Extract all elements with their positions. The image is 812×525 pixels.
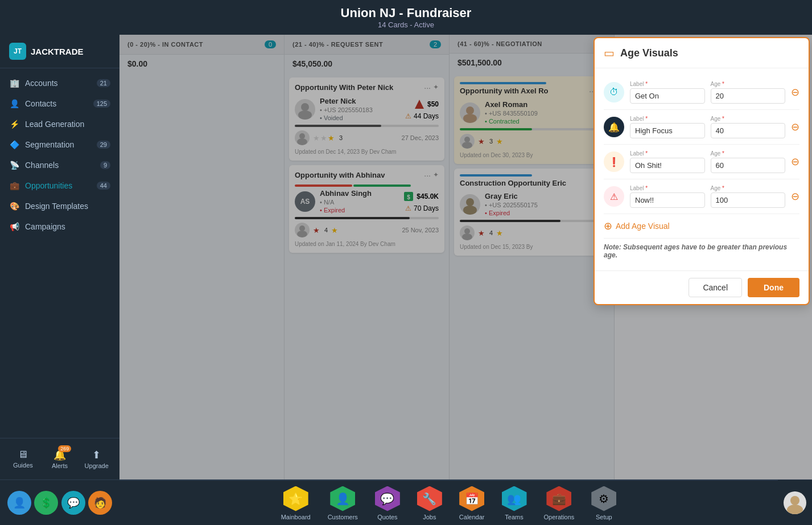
add-age-visual-button[interactable]: ⊕ Add Age Visual: [604, 214, 670, 238]
opportunities-label: Opportunities: [25, 181, 72, 190]
age-header-oh-shit: Age *: [711, 150, 786, 157]
nav-calendar[interactable]: 📅 Calendar: [459, 486, 485, 520]
panel-body: ⏱ Label * Age * ⊖: [595, 68, 809, 270]
label-input-now[interactable]: [630, 192, 705, 208]
cancel-button[interactable]: Cancel: [689, 278, 742, 297]
remove-btn-get-on[interactable]: ⊖: [791, 86, 799, 99]
left-bottom-icons: 👤 💲 💬 🧑: [0, 480, 119, 525]
contacts-icon: 👤: [9, 99, 19, 108]
label-input-high-focus[interactable]: [630, 123, 705, 138]
profile-avatar[interactable]: [784, 491, 806, 514]
label-input-get-on[interactable]: [630, 88, 705, 104]
note-text: Note: Subsequent ages have to be greater…: [604, 243, 787, 259]
age-input-high-focus[interactable]: [711, 123, 786, 138]
kanban-board: (0 - 20)% - IN CONTACT 0 $0.00 (21 - 40)…: [119, 35, 812, 479]
sidebar-item-contacts[interactable]: 👤 Contacts 125: [0, 93, 119, 114]
nav-operations[interactable]: 💼 Operations: [544, 486, 575, 520]
panel-header-icon: ▭: [604, 46, 615, 60]
nav-customers[interactable]: 👤 Customers: [328, 486, 358, 520]
opportunities-icon: 💼: [9, 181, 19, 190]
contacts-label: Contacts: [25, 99, 56, 108]
sidebar-nav: 🏢 Accounts 21 👤 Contacts 125 ⚡ Lead Gene…: [0, 68, 119, 438]
remove-btn-now[interactable]: ⊖: [791, 190, 799, 203]
jobs-label: Jobs: [423, 514, 436, 520]
lb-icon-person[interactable]: 👤: [7, 491, 31, 515]
sidebar-item-campaigns[interactable]: 📢 Campaigns: [0, 216, 119, 237]
nav-quotes[interactable]: 💬 Quotes: [375, 486, 400, 520]
page-header: Union NJ - Fundraiser 14 Cards - Active: [0, 0, 812, 35]
age-fields-oh-shit: Label * Age *: [630, 150, 785, 173]
sidebar-item-accounts[interactable]: 🏢 Accounts 21: [0, 73, 119, 93]
lb-icon-dollar[interactable]: 💲: [34, 491, 58, 515]
guides-label: Guides: [13, 462, 33, 469]
age-label-field-get-on: Label *: [630, 81, 705, 104]
age-label-field-high-focus: Label *: [630, 116, 705, 138]
age-row-oh-shit: ❗ Label * Age * ⊖: [604, 145, 799, 179]
age-icon-oh-shit: ❗: [604, 151, 624, 172]
alerts-badge: 269: [58, 445, 71, 452]
page-title: Union NJ - Fundraiser: [6, 6, 806, 20]
mainboard-label: Mainboard: [281, 514, 311, 520]
nav-jobs[interactable]: 🔧 Jobs: [417, 486, 442, 520]
svg-point-18: [787, 505, 803, 514]
logo-icon: JT: [9, 43, 26, 60]
upgrade-button[interactable]: ⬆ Upgrade: [80, 445, 113, 473]
accounts-icon: 🏢: [9, 79, 19, 88]
operations-hex: 💼: [546, 486, 571, 511]
age-input-now[interactable]: [711, 192, 786, 208]
campaigns-label: Campaigns: [25, 222, 65, 231]
lb-icon-person2[interactable]: 🧑: [88, 491, 112, 515]
age-input-get-on[interactable]: [711, 88, 786, 104]
contacts-badge: 125: [93, 100, 110, 108]
setup-label: Setup: [596, 514, 612, 520]
segmentation-badge: 29: [97, 141, 110, 149]
remove-btn-oh-shit[interactable]: ⊖: [791, 155, 799, 168]
jobs-hex: 🔧: [417, 486, 442, 511]
guides-icon: 🖥: [18, 449, 28, 461]
nav-mainboard[interactable]: ⭐ Mainboard: [281, 486, 311, 520]
age-header-high-focus: Age *: [711, 116, 786, 122]
done-button[interactable]: Done: [748, 278, 799, 297]
setup-hex: ⚙: [591, 486, 616, 511]
channels-label: Channels: [25, 161, 59, 170]
panel-title: Age Visuals: [620, 47, 678, 59]
nav-setup[interactable]: ⚙ Setup: [591, 486, 616, 520]
alerts-button[interactable]: 269 🔔 Alerts: [44, 445, 76, 473]
age-label-field-oh-shit: Label *: [630, 150, 705, 173]
age-input-oh-shit[interactable]: [711, 158, 786, 173]
panel-note: Note: Subsequent ages have to be greater…: [604, 238, 799, 264]
sidebar-item-design-templates[interactable]: 🎨 Design Templates: [0, 196, 119, 216]
label-input-oh-shit[interactable]: [630, 158, 705, 173]
age-age-field-get-on: Age *: [711, 81, 786, 104]
age-header-get-on: Age *: [711, 81, 786, 87]
age-age-field-high-focus: Age *: [711, 116, 786, 138]
campaigns-icon: 📢: [9, 222, 19, 231]
page-subtitle: 14 Cards - Active: [6, 20, 806, 29]
guides-button[interactable]: 🖥 Guides: [7, 445, 39, 473]
customers-label: Customers: [328, 514, 358, 520]
lb-icon-chat[interactable]: 💬: [61, 491, 85, 515]
nav-teams[interactable]: 👥 Teams: [502, 486, 527, 520]
age-fields-get-on: Label * Age *: [630, 81, 785, 104]
remove-btn-high-focus[interactable]: ⊖: [791, 121, 799, 133]
lead-gen-label: Lead Generation: [25, 120, 84, 129]
age-visuals-panel: ▭ Age Visuals ⏱ Label * Age *: [593, 37, 810, 305]
teams-hex: 👥: [502, 486, 527, 511]
upgrade-icon: ⬆: [92, 449, 101, 461]
segmentation-icon: 🔷: [9, 140, 19, 149]
teams-label: Teams: [505, 514, 523, 520]
logo-text: JACKTRADE: [31, 47, 84, 56]
age-fields-now: Label * Age *: [630, 185, 785, 208]
age-age-field-oh-shit: Age *: [711, 150, 786, 173]
panel-footer: Cancel Done: [595, 270, 809, 304]
channels-icon: 📡: [9, 161, 19, 170]
label-header-now: Label *: [630, 185, 705, 191]
sidebar-item-channels[interactable]: 📡 Channels 9: [0, 155, 119, 175]
profile-area: [778, 480, 812, 525]
design-templates-icon: 🎨: [9, 202, 19, 211]
opportunities-badge: 44: [97, 182, 110, 190]
sidebar-item-segmentation[interactable]: 🔷 Segmentation 29: [0, 134, 119, 155]
sidebar-item-opportunities[interactable]: 💼 Opportunities 44: [0, 175, 119, 196]
alerts-label: Alerts: [52, 462, 68, 469]
sidebar-item-lead-generation[interactable]: ⚡ Lead Generation: [0, 114, 119, 134]
